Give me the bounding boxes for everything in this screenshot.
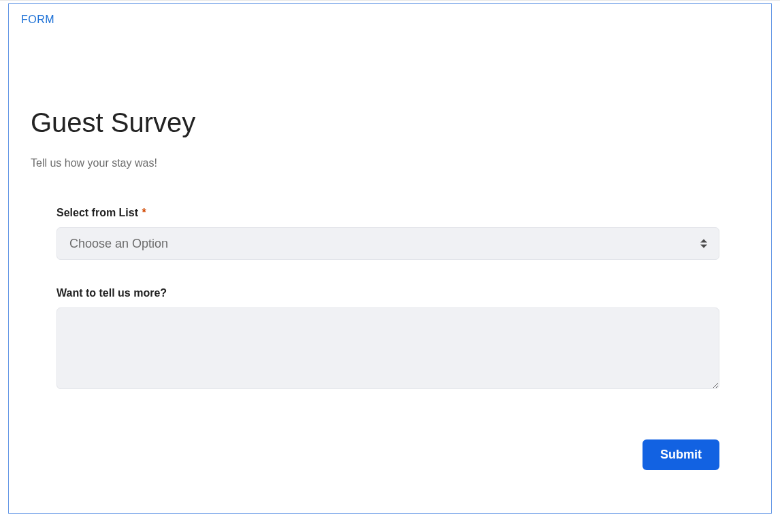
required-marker: * <box>142 207 146 218</box>
form-container: FORM Guest Survey Tell us how your stay … <box>8 3 772 514</box>
form-actions: Submit <box>56 439 719 470</box>
submit-button[interactable]: Submit <box>643 439 719 470</box>
form-content: Guest Survey Tell us how your stay was! … <box>31 107 759 470</box>
tell-us-more-input[interactable] <box>56 307 719 389</box>
textarea-field-label: Want to tell us more? <box>56 287 719 299</box>
select-wrapper: Choose an Option <box>56 227 719 260</box>
form-subtitle: Tell us how your stay was! <box>31 157 759 169</box>
select-label-text: Select from List <box>56 207 138 218</box>
select-from-list-input[interactable]: Choose an Option <box>56 227 719 260</box>
select-field: Select from List * Choose an Option <box>56 207 719 260</box>
form-body: Select from List * Choose an Option Want… <box>56 207 719 470</box>
form-title: Guest Survey <box>31 107 759 138</box>
form-header-label: FORM <box>21 14 759 26</box>
select-field-label: Select from List * <box>56 207 719 219</box>
textarea-field: Want to tell us more? <box>56 287 719 392</box>
